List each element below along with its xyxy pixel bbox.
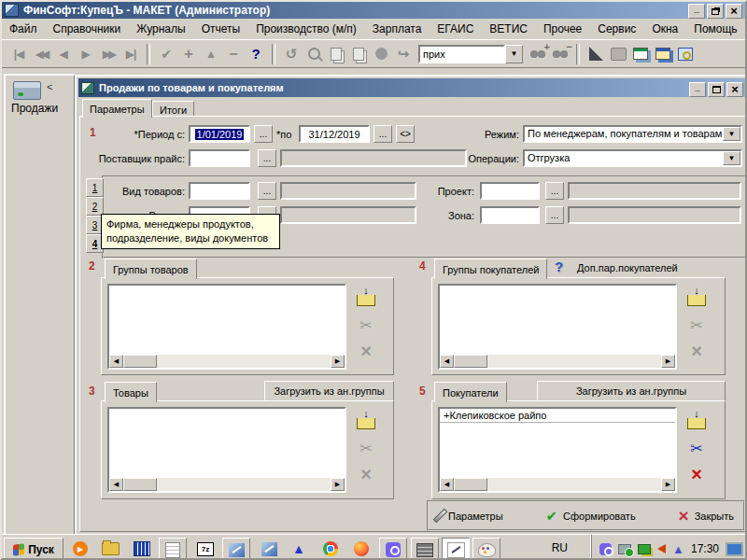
- menu-service[interactable]: Сервис: [598, 22, 636, 35]
- sales-module-icon[interactable]: [13, 81, 41, 100]
- scroll-thumb[interactable]: [454, 478, 487, 491]
- chevron-down-icon[interactable]: [723, 151, 740, 165]
- buyers-listbox[interactable]: +Клепиковское райпо: [438, 407, 677, 493]
- paint-task[interactable]: [472, 538, 500, 560]
- horizontal-scrollbar[interactable]: [109, 478, 345, 491]
- menu-file[interactable]: Файл: [9, 22, 37, 35]
- restore-button[interactable]: [707, 4, 724, 19]
- calculator-button[interactable]: [607, 44, 629, 64]
- redo-button[interactable]: [392, 44, 415, 64]
- goods-load-from-group-button[interactable]: Загрузить из ан.группы: [264, 381, 394, 401]
- clear-list-button[interactable]: [684, 340, 709, 362]
- project-input[interactable]: [480, 182, 540, 200]
- parameters-button[interactable]: Параметры: [438, 508, 503, 524]
- close-report-button[interactable]: Закрыть: [679, 507, 734, 525]
- usb-tray-icon[interactable]: [618, 544, 631, 554]
- menu-production[interactable]: Производство (м/п): [256, 22, 357, 35]
- close-button[interactable]: [726, 4, 742, 19]
- scroll-right-button[interactable]: [661, 478, 675, 491]
- find-remove-button[interactable]: [549, 44, 571, 64]
- horizontal-scrollbar[interactable]: [440, 478, 675, 491]
- goods-tab[interactable]: Товары: [105, 382, 157, 402]
- period-to-input[interactable]: 31/12/2019: [299, 125, 370, 143]
- tile-windows-button[interactable]: [652, 44, 674, 64]
- menu-journals[interactable]: Журналы: [136, 22, 185, 35]
- scroll-track[interactable]: [487, 355, 661, 368]
- library-shortcut[interactable]: [129, 538, 155, 560]
- cascade-windows-button[interactable]: [629, 44, 652, 64]
- zone-browse-button[interactable]: ...: [545, 206, 564, 224]
- scroll-right-button[interactable]: [661, 355, 675, 368]
- generate-button[interactable]: Сформировать: [546, 508, 636, 525]
- load-items-button[interactable]: [684, 409, 709, 431]
- register-task[interactable]: [411, 538, 439, 560]
- scroll-left-button[interactable]: [109, 355, 123, 368]
- tab-parameters[interactable]: Параметры: [82, 99, 152, 118]
- clear-list-button[interactable]: [684, 463, 709, 485]
- menu-help[interactable]: Помощь: [694, 22, 737, 35]
- scroll-left-button[interactable]: [440, 355, 454, 368]
- scroll-thumb[interactable]: [123, 355, 157, 368]
- load-items-button[interactable]: [684, 286, 709, 308]
- find-add-button[interactable]: [527, 44, 549, 64]
- period-to-browse-button[interactable]: ...: [374, 125, 392, 143]
- horizontal-scrollbar[interactable]: [109, 355, 345, 368]
- zone-input[interactable]: [480, 206, 540, 224]
- chevron-down-icon[interactable]: [505, 45, 523, 63]
- finsoft-task-1[interactable]: [222, 538, 250, 560]
- scroll-track[interactable]: [157, 355, 331, 368]
- menu-reports[interactable]: Отчеты: [202, 22, 240, 35]
- period-from-input[interactable]: 1/01/2019: [189, 125, 250, 143]
- finsoft-task-2[interactable]: [256, 538, 282, 560]
- graph-tray-icon[interactable]: [672, 542, 684, 556]
- volume-tray-icon[interactable]: [657, 544, 666, 553]
- minimize-button[interactable]: [688, 4, 705, 19]
- extra-buyer-params-link[interactable]: Доп.пар.покупателей: [577, 262, 678, 273]
- scroll-right-button[interactable]: [331, 355, 345, 368]
- scroll-track[interactable]: [487, 478, 661, 491]
- filter-value[interactable]: прих: [418, 45, 505, 63]
- buyer-groups-listbox[interactable]: [438, 284, 677, 370]
- undo-button[interactable]: [280, 44, 303, 64]
- chevron-down-icon[interactable]: [723, 127, 740, 141]
- dialog-close-button[interactable]: [726, 82, 743, 97]
- goods-kind-browse-button[interactable]: ...: [258, 182, 276, 200]
- scroll-right-button[interactable]: [331, 478, 345, 491]
- operations-combobox[interactable]: Отгрузка: [523, 149, 742, 167]
- dialog-minimize-button[interactable]: [689, 82, 706, 97]
- menu-windows[interactable]: Окна: [652, 22, 678, 35]
- fast-prev-button[interactable]: [30, 44, 52, 64]
- scroll-left-button[interactable]: [440, 478, 454, 491]
- edit-button[interactable]: [200, 44, 222, 64]
- load-items-button[interactable]: [354, 409, 378, 431]
- scroll-thumb[interactable]: [123, 478, 157, 491]
- goods-groups-tab[interactable]: Группы товаров: [105, 259, 197, 279]
- delete-button[interactable]: [222, 44, 245, 64]
- filter-tab-2[interactable]: 2: [86, 197, 104, 216]
- prev-record-button[interactable]: [52, 44, 75, 64]
- chrome-shortcut[interactable]: [317, 538, 344, 560]
- fast-next-button[interactable]: [97, 44, 120, 64]
- confirm-button[interactable]: [155, 44, 177, 64]
- goods-listbox[interactable]: [107, 407, 346, 493]
- clear-list-button[interactable]: [354, 463, 378, 485]
- paste-button[interactable]: [347, 44, 370, 64]
- media-player-shortcut[interactable]: [67, 538, 93, 560]
- period-range-button[interactable]: <>: [396, 125, 415, 143]
- buyers-load-from-group-button[interactable]: Загрузить из ан.группы: [537, 381, 726, 401]
- cut-item-button[interactable]: [684, 437, 709, 459]
- quick-report-button[interactable]: [585, 44, 607, 64]
- notepad-task[interactable]: [159, 538, 187, 560]
- cut-item-button[interactable]: [684, 314, 709, 336]
- clear-list-button[interactable]: [354, 340, 378, 362]
- menu-egais[interactable]: ЕГАИС: [437, 22, 473, 35]
- menu-directories[interactable]: Справочники: [53, 22, 121, 35]
- access-panel-button[interactable]: [674, 44, 697, 64]
- menu-salary[interactable]: Зарплата: [373, 22, 422, 35]
- filter-tab-1[interactable]: 1: [86, 178, 104, 197]
- first-record-button[interactable]: [7, 44, 30, 64]
- seven-zip-shortcut[interactable]: 7z: [192, 538, 218, 560]
- help-button[interactable]: [245, 44, 267, 64]
- viber-task[interactable]: [379, 538, 407, 560]
- display-tray-icon[interactable]: [726, 542, 743, 556]
